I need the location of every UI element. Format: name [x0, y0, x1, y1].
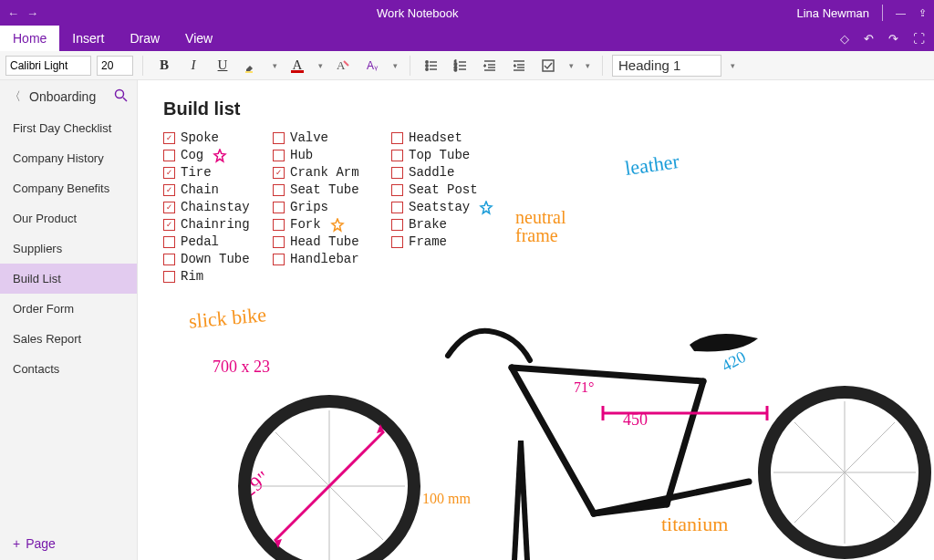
underline-button[interactable]: U — [211, 55, 234, 77]
sidebar-item-build-list[interactable]: Build List — [0, 264, 137, 294]
checklist-item[interactable]: Seat Post — [391, 181, 493, 199]
font-color-dropdown[interactable]: ▾ — [315, 61, 326, 70]
sidebar-item-order-form[interactable]: Order Form — [0, 294, 137, 324]
checklist-label: Brake — [409, 216, 447, 233]
checkbox-icon[interactable] — [163, 219, 175, 231]
checkbox-icon[interactable] — [273, 132, 285, 144]
checklist-item[interactable]: Tire — [163, 164, 250, 181]
checklist-item[interactable]: Valve — [273, 130, 359, 147]
checkbox-icon[interactable] — [163, 132, 175, 144]
checklist-item[interactable]: Seatstay — [391, 199, 493, 216]
user-name[interactable]: Lina Newman — [797, 6, 870, 20]
sidebar-item-our-product[interactable]: Our Product — [0, 203, 137, 233]
undo-icon[interactable]: ↶ — [864, 32, 874, 46]
checkbox-icon[interactable] — [391, 132, 403, 144]
checklist-item[interactable]: Grips — [273, 199, 359, 216]
handlebar — [439, 324, 539, 379]
font-color-button[interactable]: A — [285, 55, 309, 77]
checklist-item[interactable]: Chain — [163, 181, 250, 199]
checklist-item[interactable]: Pedal — [163, 233, 250, 251]
sidebar-item-suppliers[interactable]: Suppliers — [0, 233, 137, 264]
checkbox-icon[interactable] — [273, 202, 285, 213]
checklist-item[interactable]: Frame — [391, 233, 493, 251]
checklist-label: Cog — [181, 147, 203, 164]
clear-formatting-button[interactable]: A — [331, 55, 355, 77]
italic-button[interactable]: I — [182, 55, 205, 77]
sidebar-item-company-history[interactable]: Company History — [0, 143, 137, 173]
sidebar-back-icon[interactable]: 〈 — [9, 88, 22, 105]
checkbox-icon[interactable] — [163, 236, 175, 248]
tab-home[interactable]: Home — [0, 26, 59, 51]
checkbox-icon[interactable] — [163, 150, 175, 161]
checkbox-icon[interactable] — [391, 202, 403, 213]
checkbox-icon[interactable] — [273, 184, 285, 196]
checkbox-icon[interactable] — [273, 150, 285, 161]
sidebar-section-name[interactable]: Onboarding — [29, 89, 107, 104]
number-list-button[interactable]: 123 — [449, 55, 472, 77]
sidebar-item-contacts[interactable]: Contacts — [0, 354, 137, 384]
highlight-dropdown[interactable]: ▾ — [269, 61, 280, 70]
checklist-item[interactable]: Hub — [273, 147, 359, 164]
page-title[interactable]: Build list — [163, 99, 240, 119]
checklist-item[interactable]: Seat Tube — [273, 181, 359, 199]
add-page-button[interactable]: + Page — [0, 527, 137, 560]
bullet-list-button[interactable] — [420, 55, 443, 77]
checkbox-icon[interactable] — [273, 167, 285, 179]
page-canvas[interactable]: Build list SpokeCogTireChainChainstayCha… — [138, 80, 934, 560]
nav-forward-icon[interactable]: → — [26, 6, 38, 20]
checklist-item[interactable]: Chainstay — [163, 199, 250, 216]
checklist-item[interactable]: Chainring — [163, 216, 250, 233]
font-name-input[interactable] — [5, 56, 91, 76]
window-minimize[interactable]: — — [896, 7, 906, 18]
checklist-item[interactable]: Brake — [391, 216, 493, 233]
checkbox-icon[interactable] — [163, 202, 175, 213]
checkbox-icon[interactable] — [391, 167, 403, 179]
checkbox-icon[interactable] — [163, 184, 175, 196]
checkbox-icon[interactable] — [273, 219, 285, 231]
highlight-button[interactable] — [240, 55, 264, 77]
checkbox-icon[interactable] — [391, 150, 403, 161]
checklist-item[interactable]: Saddle — [391, 164, 493, 181]
checklist-item[interactable]: Top Tube — [391, 147, 493, 164]
checklist-item[interactable]: Down Tube — [163, 251, 250, 268]
checklist-item[interactable]: Handlebar — [273, 251, 359, 268]
heading-style-dropdown[interactable]: ▾ — [727, 61, 738, 70]
checklist-item[interactable]: Spoke — [163, 130, 250, 147]
todo-dropdown[interactable]: ▾ — [566, 61, 576, 70]
checkbox-icon[interactable] — [273, 236, 285, 248]
checkbox-icon[interactable] — [163, 271, 175, 283]
checklist-item[interactable]: Crank Arm — [273, 164, 359, 181]
checkbox-icon[interactable] — [391, 184, 403, 196]
checkbox-icon[interactable] — [163, 167, 175, 179]
tab-view[interactable]: View — [172, 26, 225, 51]
checklist-item[interactable]: Fork — [273, 216, 359, 233]
todo-tag-button[interactable] — [536, 55, 560, 77]
checklist-item[interactable]: Head Tube — [273, 233, 359, 251]
bold-button[interactable]: B — [152, 55, 176, 77]
sidebar-item-company-benefits[interactable]: Company Benefits — [0, 173, 137, 203]
checkbox-icon[interactable] — [391, 236, 403, 248]
checklist-item[interactable]: Cog — [163, 147, 250, 164]
outdent-button[interactable] — [478, 55, 502, 77]
heading-style-select[interactable]: Heading 1 — [612, 55, 721, 77]
more-font-dropdown[interactable]: ▾ — [389, 61, 400, 70]
fullscreen-icon[interactable]: ⛶ — [913, 32, 925, 46]
sidebar-item-sales-report[interactable]: Sales Report — [0, 324, 137, 354]
nav-back-icon[interactable]: ← — [7, 6, 19, 20]
sidebar-search-icon[interactable] — [114, 88, 128, 105]
checklist-item[interactable]: Headset — [391, 130, 493, 147]
tab-insert[interactable]: Insert — [59, 26, 117, 51]
format-painter-button[interactable]: Aᵧ — [360, 55, 384, 77]
checkbox-icon[interactable] — [163, 254, 175, 265]
window-share-icon[interactable]: ⇪ — [918, 7, 927, 19]
redo-icon[interactable]: ↷ — [888, 32, 898, 46]
lightbulb-icon[interactable]: ◇ — [840, 32, 849, 46]
sidebar-item-first-day-checklist[interactable]: First Day Checklist — [0, 113, 137, 143]
indent-button[interactable] — [507, 55, 531, 77]
more-paragraph-dropdown[interactable]: ▾ — [582, 61, 593, 70]
checkbox-icon[interactable] — [273, 254, 285, 265]
checklist-item[interactable]: Rim — [163, 268, 250, 285]
checkbox-icon[interactable] — [391, 219, 403, 231]
font-size-input[interactable] — [97, 56, 133, 76]
tab-draw[interactable]: Draw — [117, 26, 172, 51]
